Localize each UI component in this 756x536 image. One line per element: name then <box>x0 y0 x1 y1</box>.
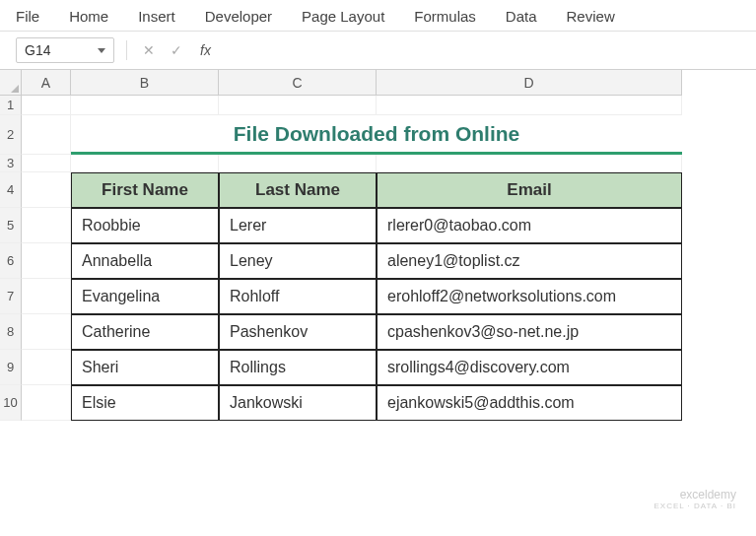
tab-insert[interactable]: Insert <box>138 8 175 25</box>
tab-formulas[interactable]: Formulas <box>414 8 476 25</box>
cancel-icon[interactable]: ✕ <box>139 42 159 58</box>
tab-page-layout[interactable]: Page Layout <box>302 8 384 25</box>
ribbon-tabs: File Home Insert Developer Page Layout F… <box>0 0 756 32</box>
row-5: 5 Roobbie Lerer rlerer0@taobao.com <box>0 208 682 243</box>
table-header-first[interactable]: First Name <box>71 172 219 208</box>
cell-c1[interactable] <box>219 96 377 115</box>
cell-a10[interactable] <box>22 385 71 421</box>
row-9: 9 Sheri Rollings srollings4@discovery.co… <box>0 350 682 385</box>
spreadsheet-grid: A B C D 1 2 File Downloaded from Online … <box>0 70 756 531</box>
cell-a8[interactable] <box>22 314 71 350</box>
cell-d1[interactable] <box>377 96 682 115</box>
cell-email-0[interactable]: rlerer0@taobao.com <box>377 208 682 243</box>
confirm-icon[interactable]: ✓ <box>167 42 186 58</box>
row-header-7[interactable]: 7 <box>0 279 22 314</box>
name-box[interactable]: G14 <box>16 37 114 63</box>
cell-first-5[interactable]: Elsie <box>71 385 219 421</box>
cell-email-5[interactable]: ejankowski5@addthis.com <box>377 385 682 421</box>
row-4: 4 First Name Last Name Email <box>0 172 682 208</box>
cell-email-2[interactable]: erohloff2@networksolutions.com <box>377 279 682 314</box>
tab-data[interactable]: Data <box>506 8 537 25</box>
cell-b1[interactable] <box>71 96 219 115</box>
separator <box>126 40 127 60</box>
col-header-d[interactable]: D <box>377 70 682 96</box>
cell-email-3[interactable]: cpashenkov3@so-net.ne.jp <box>377 314 682 350</box>
col-header-b[interactable]: B <box>71 70 219 96</box>
row-8: 8 Catherine Pashenkov cpashenkov3@so-net… <box>0 314 682 350</box>
row-6: 6 Annabella Leney aleney1@toplist.cz <box>0 243 682 279</box>
cell-a9[interactable] <box>22 350 71 385</box>
table-header-last[interactable]: Last Name <box>219 172 377 208</box>
cell-last-3[interactable]: Pashenkov <box>219 314 377 350</box>
cell-last-1[interactable]: Leney <box>219 243 377 279</box>
row-2: 2 File Downloaded from Online <box>0 115 682 155</box>
tab-developer[interactable]: Developer <box>205 8 272 25</box>
cell-c3[interactable] <box>219 155 377 172</box>
row-1: 1 <box>0 96 682 115</box>
row-header-9[interactable]: 9 <box>0 350 22 385</box>
row-7: 7 Evangelina Rohloff erohloff2@networkso… <box>0 279 682 314</box>
cell-last-4[interactable]: Rollings <box>219 350 377 385</box>
column-headers-row: A B C D <box>0 70 682 96</box>
row-header-8[interactable]: 8 <box>0 314 22 350</box>
cell-last-0[interactable]: Lerer <box>219 208 377 243</box>
cell-last-5[interactable]: Jankowski <box>219 385 377 421</box>
fx-icon[interactable]: fx <box>194 42 217 58</box>
cell-a2[interactable] <box>22 115 71 155</box>
tab-home[interactable]: Home <box>69 8 108 25</box>
select-all-button[interactable] <box>0 70 22 96</box>
table-header-email[interactable]: Email <box>377 172 682 208</box>
row-header-10[interactable]: 10 <box>0 385 22 421</box>
col-header-c[interactable]: C <box>219 70 377 96</box>
cell-a6[interactable] <box>22 243 71 279</box>
cell-a1[interactable] <box>22 96 71 115</box>
watermark-sub: EXCEL · DATA · BI <box>653 502 736 511</box>
cell-email-4[interactable]: srollings4@discovery.com <box>377 350 682 385</box>
tab-file[interactable]: File <box>16 8 39 25</box>
cell-b3[interactable] <box>71 155 219 172</box>
formula-input[interactable] <box>225 38 746 62</box>
row-header-1[interactable]: 1 <box>0 96 22 115</box>
row-header-5[interactable]: 5 <box>0 208 22 243</box>
row-3: 3 <box>0 155 682 172</box>
cell-last-2[interactable]: Rohloff <box>219 279 377 314</box>
cell-first-2[interactable]: Evangelina <box>71 279 219 314</box>
row-header-2[interactable]: 2 <box>0 115 22 155</box>
cell-d3[interactable] <box>377 155 682 172</box>
cell-first-4[interactable]: Sheri <box>71 350 219 385</box>
name-box-value: G14 <box>25 42 50 58</box>
row-10: 10 Elsie Jankowski ejankowski5@addthis.c… <box>0 385 682 421</box>
cell-a4[interactable] <box>22 172 71 208</box>
watermark: exceldemy EXCEL · DATA · BI <box>653 488 736 511</box>
cell-a7[interactable] <box>22 279 71 314</box>
cell-a3[interactable] <box>22 155 71 172</box>
row-header-6[interactable]: 6 <box>0 243 22 279</box>
cell-a5[interactable] <box>22 208 71 243</box>
row-header-3[interactable]: 3 <box>0 155 22 172</box>
cell-first-3[interactable]: Catherine <box>71 314 219 350</box>
cell-first-0[interactable]: Roobbie <box>71 208 219 243</box>
sheet-title[interactable]: File Downloaded from Online <box>71 115 682 155</box>
row-header-4[interactable]: 4 <box>0 172 22 208</box>
watermark-main: exceldemy <box>653 488 736 502</box>
col-header-a[interactable]: A <box>22 70 71 96</box>
chevron-down-icon[interactable] <box>98 48 105 53</box>
cell-first-1[interactable]: Annabella <box>71 243 219 279</box>
cell-email-1[interactable]: aleney1@toplist.cz <box>377 243 682 279</box>
formula-bar: G14 ✕ ✓ fx <box>0 32 756 70</box>
tab-review[interactable]: Review <box>567 8 615 25</box>
